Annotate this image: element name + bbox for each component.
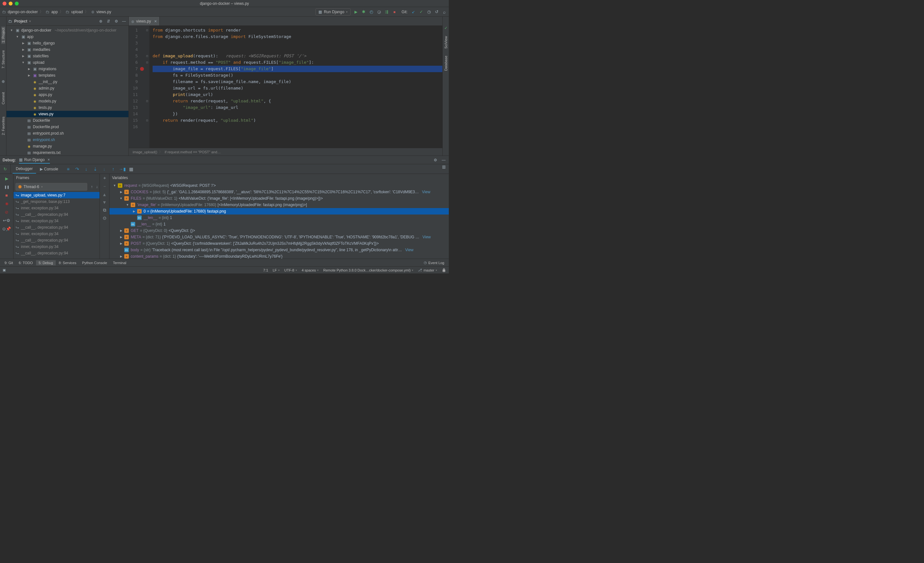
debug-hide-button[interactable]: —: [441, 158, 446, 163]
layout-button[interactable]: ▥: [441, 164, 446, 170]
tree-row-manage.py[interactable]: manage.py: [6, 143, 129, 149]
close-icon[interactable]: ×: [48, 158, 50, 162]
stub-commit[interactable]: Commit: [1, 91, 5, 106]
vcs-update-button[interactable]: [411, 9, 416, 15]
console-tab[interactable]: ▶Console: [37, 165, 62, 173]
stop-button[interactable]: [392, 9, 397, 15]
frame-row[interactable]: image_upload, views.py:7: [14, 192, 99, 198]
readonly-lock-icon[interactable]: [442, 268, 446, 272]
crumb-root[interactable]: django-on-docker: [2, 10, 38, 14]
bottom-tool-Terminal[interactable]: Terminal: [110, 260, 129, 266]
fold-gutter[interactable]: ⊟⊟⊟⊟⊟: [145, 26, 149, 148]
stub-sciview[interactable]: SciView: [444, 35, 448, 50]
debug-settings-button[interactable]: ⚙: [433, 158, 438, 163]
debugger-tab[interactable]: Debugger: [12, 165, 36, 174]
watch-down-button[interactable]: ▼: [102, 200, 107, 205]
profile-button[interactable]: [376, 9, 381, 15]
window-minimize-button[interactable]: [9, 2, 12, 6]
mute-breakpoints-button[interactable]: [3, 209, 10, 215]
variable-row[interactable]: ▼≡request = {WSGIRequest} <WSGIRequest: …: [110, 182, 449, 189]
tree-row-Dockerfile[interactable]: Dockerfile: [6, 117, 129, 124]
tree-row-tests.py[interactable]: tests.py: [6, 104, 129, 111]
frame-row[interactable]: __call__, deprecation.py:94: [14, 237, 99, 243]
run-to-cursor-button[interactable]: →▮: [120, 166, 125, 172]
pause-button[interactable]: [3, 183, 10, 190]
pin-button[interactable]: 📌: [3, 225, 10, 232]
editor-body[interactable]: 12345678910111213141516 ⊟⊟⊟⊟⊟ from djang…: [129, 26, 442, 148]
tree-row-migrations[interactable]: ▶migrations: [6, 66, 129, 72]
bottom-tool-9-Git[interactable]: 9: Git: [2, 260, 15, 266]
variable-row[interactable]: ▶≡GET = {QueryDict: 0} <QueryDict: {}>: [110, 227, 449, 234]
variable-row[interactable]: ▶≡META = {dict: 71} {'PYDEVD_LOAD_VALUES…: [110, 234, 449, 240]
run-config-selector[interactable]: ▦ Run Django: [315, 8, 351, 15]
editor-tab-views[interactable]: views.py ×: [129, 17, 160, 26]
frame-row[interactable]: __call__, deprecation.py:94: [14, 224, 99, 231]
variable-row[interactable]: 01body = {str} 'Traceback (most recent c…: [110, 247, 449, 253]
variable-row[interactable]: ▶≡COOKIES = {dict: 5} {'_ga': 'GA1.1.266…: [110, 189, 449, 195]
tree-row-entrypoint.prod.sh[interactable]: entrypoint.prod.sh: [6, 130, 129, 137]
expand-all-button[interactable]: ⇵: [106, 19, 111, 24]
tree-row-staticfiles[interactable]: ▶staticfiles: [6, 53, 129, 59]
variable-row[interactable]: ▼≡'image_file' = {InMemoryUploadedFile: …: [110, 202, 449, 208]
tree-row-templates[interactable]: ▶templates: [6, 72, 129, 79]
bottom-tool-6-TODO[interactable]: 6: TODO: [16, 260, 35, 266]
variables-list[interactable]: ▼≡request = {WSGIRequest} <WSGIRequest: …: [110, 182, 449, 259]
run-button[interactable]: [353, 9, 358, 15]
new-watch-button[interactable]: ＋: [102, 175, 107, 181]
debug-config-tab[interactable]: ▦ Run Django ×: [19, 156, 50, 164]
tree-row-Dockerfile.prod[interactable]: Dockerfile.prod: [6, 124, 129, 130]
tree-row-app[interactable]: ▼app: [6, 33, 129, 40]
tree-row-django-on-docker[interactable]: ▼django-on-docker~/repos/testdriven/djan…: [6, 27, 129, 33]
view-breakpoints-button[interactable]: [3, 200, 10, 207]
caret-position[interactable]: 7:1: [263, 268, 268, 272]
python-interpreter[interactable]: Remote Python 3.8.0 Dock…cker/docker-com…: [323, 268, 413, 272]
indent-settings[interactable]: 4 spaces: [302, 268, 319, 272]
project-title[interactable]: Project ▾: [8, 19, 31, 24]
frame-row[interactable]: inner, exception.py:34: [14, 205, 99, 211]
thread-selector[interactable]: Thread-6: [15, 183, 87, 191]
variable-row[interactable]: ▶≡POST = {QueryDict: 1} <QueryDict: {'cs…: [110, 240, 449, 247]
tree-row-models.py[interactable]: models.py: [6, 98, 129, 104]
tool-windows-button[interactable]: ▣: [3, 268, 6, 272]
crumb-file[interactable]: views.py: [90, 10, 111, 14]
tree-row-entrypoint.sh[interactable]: entrypoint.sh: [6, 137, 129, 143]
frame-row[interactable]: inner, exception.py:34: [14, 243, 99, 250]
step-into-mycode-button[interactable]: ⇣: [92, 166, 98, 172]
frame-row[interactable]: inner, exception.py:34: [14, 231, 99, 237]
tree-row-__init__.py[interactable]: __init__.py: [6, 79, 129, 85]
evaluate-button[interactable]: ▦: [129, 166, 134, 172]
bottom-tool-8-Services[interactable]: 8: Services: [56, 260, 79, 266]
settings-button[interactable]: ⚙: [3, 217, 10, 224]
coverage-button[interactable]: [369, 9, 374, 15]
frame-row[interactable]: inner, exception.py:34: [14, 218, 99, 224]
variable-row[interactable]: 01__len__ = {int} 1: [110, 215, 449, 221]
bottom-tool-5-Debug[interactable]: 5: Debug: [36, 260, 56, 266]
variable-row[interactable]: ▼≡FILES = {MultiValueDict: 1} <MultiValu…: [110, 195, 449, 202]
stub-favorites[interactable]: 2: Favorites: [1, 115, 5, 136]
crumb-upload[interactable]: upload: [65, 10, 83, 14]
frame-row[interactable]: __call__, deprecation.py:94: [14, 211, 99, 218]
remove-watch-button[interactable]: －: [102, 183, 107, 189]
commit-icon[interactable]: ⊕: [2, 79, 5, 84]
stub-structure[interactable]: 7: Structure: [1, 49, 5, 70]
hide-button[interactable]: —: [122, 19, 126, 24]
line-separator[interactable]: LF: [273, 268, 280, 272]
frame-row[interactable]: __call__, deprecation.py:94: [14, 250, 99, 257]
editor-crumb-fn[interactable]: image_upload(): [133, 150, 157, 154]
tree-row-upload[interactable]: ▼upload: [6, 59, 129, 66]
stub-project[interactable]: 1: Project: [1, 26, 5, 44]
git-branch[interactable]: master: [418, 268, 437, 272]
tree-row-views.py[interactable]: views.py: [6, 111, 129, 117]
vcs-revert-button[interactable]: [434, 9, 439, 15]
tree-row-hello_django[interactable]: ▶hello_django: [6, 40, 129, 47]
stop-button[interactable]: [3, 192, 10, 198]
bottom-tool-Python-Console[interactable]: Python Console: [80, 260, 110, 266]
variable-row[interactable]: ▶≡content_params = {dict: 1} {'boundary'…: [110, 253, 449, 259]
tree-row-apps.py[interactable]: apps.py: [6, 92, 129, 98]
window-zoom-button[interactable]: [15, 2, 19, 6]
breakpoint-gutter[interactable]: [139, 26, 145, 148]
vcs-commit-button[interactable]: [418, 9, 424, 15]
crumb-app[interactable]: app: [45, 10, 58, 14]
debug-button[interactable]: [361, 9, 366, 15]
step-into-button[interactable]: ↓: [83, 166, 89, 172]
